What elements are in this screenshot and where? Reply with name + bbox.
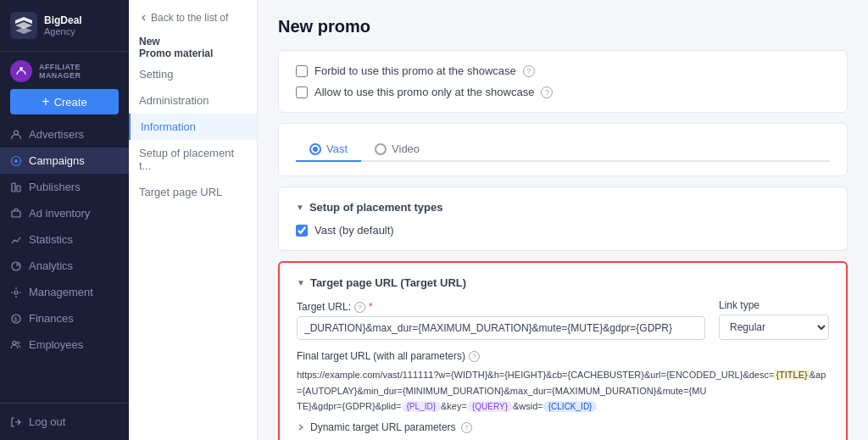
- employees-label: Employees: [29, 338, 83, 351]
- vast-checkbox-label: Vast (by default): [314, 224, 394, 237]
- finances-label: Finances: [29, 312, 74, 325]
- sub-nav: Back to the list of New Promo material S…: [129, 0, 258, 440]
- dynamic-chevron-icon: [297, 423, 305, 432]
- nav-item-employees[interactable]: Employees: [0, 331, 129, 358]
- allow-checkbox[interactable]: [296, 86, 308, 98]
- create-button[interactable]: + Create: [10, 89, 119, 114]
- svg-rect-5: [12, 183, 15, 192]
- svg-rect-7: [12, 211, 20, 217]
- subnav-item-setting[interactable]: Setting: [129, 61, 257, 87]
- tab-video[interactable]: Video: [361, 137, 433, 162]
- link-type-label: Link type: [719, 299, 829, 311]
- logo[interactable]: BigDeal Agency: [0, 0, 129, 52]
- dynamic-params-row[interactable]: Dynamic target URL parameters ?: [297, 415, 829, 433]
- subnav-section-label: New: [139, 36, 247, 47]
- svg-point-13: [17, 342, 19, 344]
- logout-item[interactable]: Log out: [0, 409, 129, 435]
- logo-icon: [10, 12, 37, 39]
- tabs-card: Vast Video: [278, 123, 848, 176]
- setup-section-header[interactable]: ▼ Setup of placement types: [296, 201, 830, 214]
- nav-item-campaigns[interactable]: Campaigns: [0, 148, 129, 174]
- setup-chevron-icon: ▼: [296, 203, 304, 212]
- allow-help-icon[interactable]: ?: [541, 86, 553, 98]
- nav-item-analytics[interactable]: Analytics: [0, 253, 129, 279]
- logout-icon: [10, 416, 22, 428]
- svg-text:$: $: [14, 316, 18, 322]
- forbid-help-icon[interactable]: ?: [523, 65, 535, 77]
- nav-item-management[interactable]: Management: [0, 279, 129, 305]
- target-url-section-header[interactable]: ▼ Target page URL (Target URL): [297, 276, 829, 289]
- forbid-checkbox-row: Forbid to use this promo at the showcase…: [296, 64, 830, 77]
- target-url-field-row: Target URL: ? * Link type Regular Redire…: [297, 299, 829, 340]
- link-type-select[interactable]: Regular Redirect Iframe: [719, 315, 829, 340]
- target-url-card: ▼ Target page URL (Target URL) Target UR…: [278, 261, 848, 440]
- link-type-field-group: Link type Regular Redirect Iframe: [719, 299, 829, 340]
- campaigns-label: Campaigns: [29, 154, 85, 167]
- user-icon: [10, 129, 22, 141]
- allow-label: Allow to use this promo only at the show…: [314, 86, 534, 98]
- affiliate-label: AFFILIATE MANAGER: [39, 63, 119, 80]
- plus-icon: +: [42, 95, 49, 109]
- sidebar-bottom: Log out: [0, 403, 129, 440]
- svg-point-12: [13, 341, 16, 344]
- target-url-field-group: Target URL: ? *: [297, 301, 705, 340]
- radio-video: [375, 143, 387, 155]
- subnav-item-target-url[interactable]: Target page URL: [129, 179, 257, 205]
- final-url-section: Final target URL (with all parameters) ?…: [297, 350, 829, 415]
- page-title: New promo: [278, 17, 848, 36]
- radio-vast: [309, 143, 321, 155]
- chevron-left-icon: [139, 14, 147, 22]
- svg-point-9: [14, 291, 18, 294]
- final-url-label: Final target URL (with all parameters) ?: [297, 350, 829, 362]
- subnav-item-administration[interactable]: Administration: [129, 87, 257, 114]
- dynamic-params-help-icon[interactable]: ?: [461, 422, 472, 433]
- svg-point-4: [14, 159, 18, 163]
- logo-text: BigDeal Agency: [44, 14, 82, 36]
- advertisers-label: Advertisers: [29, 128, 84, 141]
- forbid-checkbox[interactable]: [296, 65, 308, 77]
- nav-item-publishers[interactable]: Publishers: [0, 174, 129, 200]
- target-url-input[interactable]: [297, 316, 705, 340]
- subnav-item-setup[interactable]: Setup of placement t...: [129, 140, 257, 179]
- employees-icon: [10, 339, 22, 351]
- tab-row: Vast Video: [296, 137, 830, 162]
- statistics-label: Statistics: [29, 233, 73, 246]
- management-icon: [10, 287, 22, 298]
- publishers-icon: [10, 181, 22, 193]
- stats-icon: [10, 234, 22, 246]
- target-url-required: *: [369, 301, 373, 313]
- setup-placement-card: ▼ Setup of placement types Vast (by defa…: [278, 187, 848, 251]
- nav-item-ad-inventory[interactable]: Ad inventory: [0, 200, 129, 226]
- affiliate-icon: [10, 60, 32, 82]
- target-url-help-icon[interactable]: ?: [354, 302, 365, 313]
- analytics-label: Analytics: [29, 259, 73, 272]
- target-url-chevron-icon: ▼: [297, 278, 305, 287]
- back-link[interactable]: Back to the list of: [129, 5, 257, 31]
- vast-checkbox[interactable]: [296, 225, 308, 237]
- forbid-label: Forbid to use this promo at the showcase: [314, 64, 516, 77]
- allow-checkbox-row: Allow to use this promo only at the show…: [296, 86, 830, 98]
- svg-rect-6: [17, 186, 20, 192]
- promo-settings-card: Forbid to use this promo at the showcase…: [278, 50, 848, 113]
- final-url-text: https://example.com/vast/111111?w={WIDTH…: [297, 367, 829, 415]
- finances-icon: $: [10, 313, 22, 325]
- ad-inventory-label: Ad inventory: [29, 207, 90, 220]
- target-url-label: Target URL: ? *: [297, 301, 705, 313]
- nav-item-finances[interactable]: $ Finances: [0, 305, 129, 331]
- tab-vast[interactable]: Vast: [296, 137, 361, 162]
- campaigns-icon: [10, 155, 22, 167]
- inventory-icon: [10, 208, 22, 220]
- main-content: New promo Forbid to use this promo at th…: [258, 0, 868, 440]
- subnav-section-sublabel: Promo material: [139, 47, 247, 59]
- analytics-icon: [10, 260, 22, 272]
- management-label: Management: [29, 286, 93, 298]
- sidebar: BigDeal Agency AFFILIATE MANAGER + Creat…: [0, 0, 129, 440]
- nav-item-statistics[interactable]: Statistics: [0, 226, 129, 253]
- nav-item-advertisers[interactable]: Advertisers: [0, 121, 129, 148]
- vast-checkbox-row: Vast (by default): [296, 224, 830, 237]
- publishers-label: Publishers: [29, 181, 81, 193]
- subnav-item-information[interactable]: Information: [129, 114, 257, 140]
- final-url-help-icon[interactable]: ?: [469, 351, 480, 362]
